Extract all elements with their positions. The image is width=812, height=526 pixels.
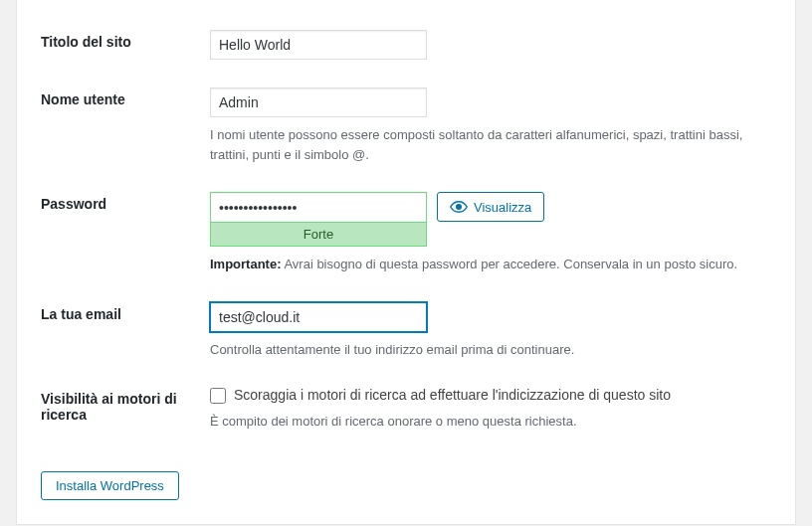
svg-point-0 (457, 205, 462, 210)
site-title-input[interactable] (210, 30, 427, 60)
email-input[interactable] (210, 302, 427, 332)
search-visibility-checkbox[interactable] (210, 388, 226, 404)
search-visibility-checkbox-label[interactable]: Scoraggia i motori di ricerca ad effettu… (234, 387, 671, 403)
password-note: Importante: Avrai bisogno di questa pass… (210, 255, 771, 274)
eye-icon (450, 200, 468, 214)
username-input[interactable] (210, 88, 427, 117)
password-strength: Forte (210, 222, 427, 247)
toggle-password-label: Visualizza (474, 200, 531, 215)
search-visibility-hint: È compito dei motori di ricerca onorare … (210, 412, 771, 432)
password-note-rest: Avrai bisogno di questa password per acc… (282, 257, 738, 271)
password-input[interactable] (210, 192, 427, 222)
username-hint: I nomi utente possono essere composti so… (210, 125, 771, 164)
install-form-panel: Titolo del sito Nome utente I nomi utent… (16, 0, 796, 525)
email-hint: Controlla attentamente il tuo indirizzo … (210, 340, 771, 360)
search-visibility-label: Visibilità ai motori di ricerca (41, 377, 210, 449)
install-wordpress-button[interactable]: Installa WordPress (41, 471, 179, 500)
form-table: Titolo del sito Nome utente I nomi utent… (41, 20, 771, 449)
toggle-password-button[interactable]: Visualizza (437, 192, 544, 222)
site-title-label: Titolo del sito (41, 20, 210, 78)
password-label: Password (41, 182, 210, 292)
email-label: La tua email (41, 292, 210, 378)
username-label: Nome utente (41, 78, 210, 182)
password-note-strong: Importante: (210, 257, 282, 271)
